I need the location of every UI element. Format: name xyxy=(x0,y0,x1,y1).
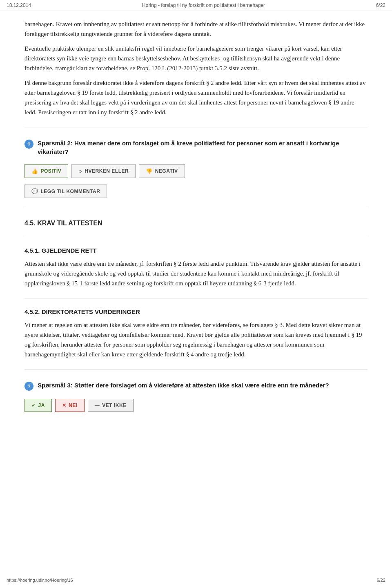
divider-2 xyxy=(24,208,368,208)
divider-3 xyxy=(24,237,368,237)
nei-label: NEI xyxy=(69,403,78,408)
negativ-label: NEGATIV xyxy=(155,168,178,174)
vetikke-icon xyxy=(95,403,100,408)
vetikke-button[interactable]: VET IKKE xyxy=(88,399,134,412)
question-3-text: Spørsmål 3: Støtter dere forslaget om å … xyxy=(38,381,329,389)
vetikke-label: VET IKKE xyxy=(102,403,126,408)
section-452-text: Vi mener at regelen om at attesten ikke … xyxy=(24,320,368,359)
comment-label: LEGG TIL KOMMENTAR xyxy=(41,189,100,194)
divider-1 xyxy=(24,127,368,127)
paragraph-3: På denne bakgrunn foreslår direktoratet … xyxy=(24,78,368,117)
divider-4 xyxy=(24,298,368,298)
check-icon xyxy=(31,403,36,408)
thumb-down-icon xyxy=(146,168,153,174)
positiv-label: POSITIV xyxy=(41,168,62,174)
comment-icon xyxy=(31,188,38,194)
vote-buttons-q3: JA NEI VET IKKE xyxy=(24,399,368,412)
comment-button-q2[interactable]: LEGG TIL KOMMENTAR xyxy=(24,185,107,198)
question-3-block: ? Spørsmål 3: Støtter dere forslaget om … xyxy=(24,381,368,412)
main-content: barnehagen. Kravet om innhenting av poli… xyxy=(0,11,392,436)
section-451-text: Attesten skal ikke være eldre enn tre må… xyxy=(24,259,368,288)
question-3-icon: ? xyxy=(24,382,33,391)
question-2-header: ? Spørsmål 2: Hva mener dere om forslage… xyxy=(24,139,368,156)
date: 18.12.2014 xyxy=(7,2,31,8)
ja-label: JA xyxy=(38,403,45,408)
paragraph-2: Eventuelle praktiske ulemper en slik unn… xyxy=(24,44,368,73)
page-title: Høring - forslag til ny forskrift om pol… xyxy=(142,2,265,8)
section-452-heading: 4.5.2. DIREKTORATETS VURDERINGER xyxy=(24,308,368,315)
section-451-heading: 4.5.1. GJELDENDE RETT xyxy=(24,247,368,254)
vote-buttons-q2: POSITIV HVERKEN ELLER NEGATIV xyxy=(24,164,368,178)
ja-button[interactable]: JA xyxy=(24,399,52,412)
section-451: 4.5.1. GJELDENDE RETT Attesten skal ikke… xyxy=(24,247,368,288)
question-3-header: ? Spørsmål 3: Støtter dere forslaget om … xyxy=(24,381,368,391)
thumb-up-icon xyxy=(31,168,38,174)
x-icon xyxy=(62,403,67,408)
positiv-button[interactable]: POSITIV xyxy=(24,164,68,178)
nei-button[interactable]: NEI xyxy=(55,399,85,412)
question-2-icon: ? xyxy=(24,140,33,149)
section-45-heading: 4.5. KRAV TIL ATTESTEN xyxy=(24,220,368,227)
divider-5 xyxy=(24,369,368,369)
page-number: 6/22 xyxy=(376,2,385,8)
circle-icon xyxy=(78,168,82,174)
section-45: 4.5. KRAV TIL ATTESTEN 4.5.1. GJELDENDE … xyxy=(24,220,368,359)
top-bar: 18.12.2014 Høring - forslag til ny forsk… xyxy=(0,0,392,11)
hverken-button[interactable]: HVERKEN ELLER xyxy=(71,164,136,178)
question-2-block: ? Spørsmål 2: Hva mener dere om forslage… xyxy=(24,139,368,198)
paragraph-1: barnehagen. Kravet om innhenting av poli… xyxy=(24,19,368,39)
hverken-label: HVERKEN ELLER xyxy=(85,168,129,174)
negativ-button[interactable]: NEGATIV xyxy=(139,164,185,178)
section-452: 4.5.2. DIREKTORATETS VURDERINGER Vi mene… xyxy=(24,308,368,359)
question-2-text: Spørsmål 2: Hva mener dere om forslaget … xyxy=(38,139,368,156)
